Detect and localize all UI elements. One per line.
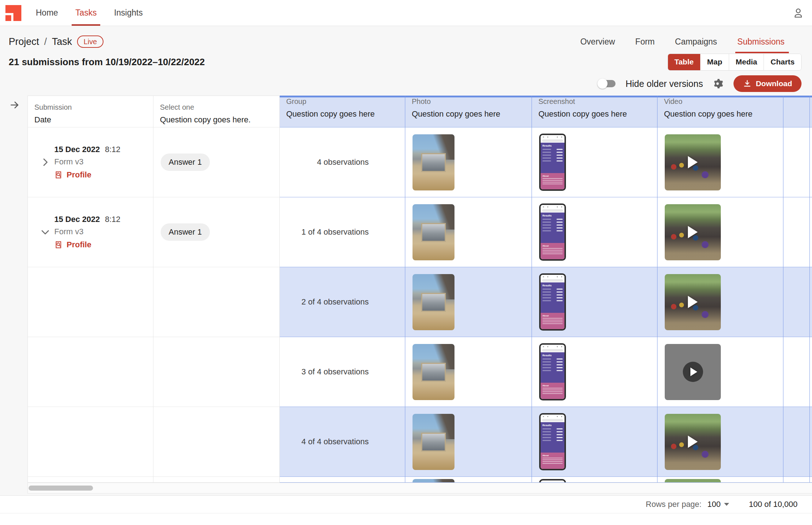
group-observations[interactable]: 4 of 4 observations — [301, 437, 369, 446]
hide-older-versions-label: Hide older versions — [626, 79, 703, 89]
table-row: 4 of 4 observations Results About — [28, 407, 812, 477]
top-nav: Home Tasks Insights — [0, 0, 812, 26]
nav-item-insights[interactable]: Insights — [114, 0, 143, 26]
app-logo-icon[interactable] — [5, 5, 21, 21]
tab-form[interactable]: Form — [635, 37, 655, 47]
person-icon — [792, 7, 804, 19]
breadcrumb: Project / Task Live — [9, 35, 103, 48]
column-header-photo[interactable]: Photo Question copy goes here — [405, 96, 532, 127]
group-observations[interactable]: 4 observations — [317, 158, 369, 167]
screenshot-thumbnail[interactable]: Results About — [539, 343, 566, 400]
page-content: Project / Task Live Overview Form Campai… — [0, 26, 812, 525]
video-thumbnail[interactable] — [665, 134, 721, 190]
horizontal-scrollbar[interactable] — [28, 483, 812, 494]
video-thumbnail[interactable] — [665, 274, 721, 330]
column-header-select-one[interactable]: Select one Question copy goes here. — [153, 96, 280, 127]
download-button[interactable]: Download — [733, 75, 802, 92]
photo-thumbnail[interactable] — [413, 134, 454, 190]
form-version: Form v3 — [54, 157, 120, 167]
photo-thumbnail[interactable] — [413, 344, 454, 400]
download-icon — [743, 79, 752, 88]
video-thumbnail-placeholder[interactable] — [665, 344, 721, 400]
breadcrumb-task[interactable]: Task — [52, 36, 72, 47]
photo-thumbnail[interactable] — [413, 479, 454, 483]
screenshot-thumbnail[interactable]: Results About — [539, 134, 566, 191]
form-version: Form v3 — [54, 227, 120, 236]
play-icon — [688, 436, 698, 448]
tab-campaigns[interactable]: Campaigns — [675, 37, 717, 47]
screenshot-thumbnail[interactable]: Results About — [539, 413, 566, 470]
profile-menu-button[interactable] — [792, 7, 805, 20]
gear-icon — [712, 78, 723, 89]
task-tabs: Overview Form Campaigns Submissions — [580, 37, 784, 47]
settings-button[interactable] — [711, 77, 724, 90]
photo-thumbnail[interactable] — [413, 204, 454, 260]
table-row: 15 Dec 2022 8:12 Form v3 Profile — [28, 197, 812, 267]
column-header-partial — [783, 96, 810, 127]
profile-link[interactable]: Profile — [54, 240, 120, 249]
tab-submissions[interactable]: Submissions — [737, 37, 784, 47]
profile-link[interactable]: Profile — [54, 170, 120, 180]
answer-chip: Answer 1 — [161, 223, 210, 241]
photo-thumbnail[interactable] — [413, 274, 454, 330]
column-header-screenshot[interactable]: Screenshot Question copy goes here — [532, 96, 657, 127]
tab-overview[interactable]: Overview — [580, 37, 615, 47]
main-nav: Home Tasks Insights — [36, 0, 143, 26]
group-observations[interactable]: 3 of 4 observations — [301, 367, 369, 377]
column-header-video[interactable]: Video Question copy goes here — [657, 96, 783, 127]
screenshot-thumbnail[interactable]: Results About — [539, 273, 566, 331]
view-toggle-table[interactable]: Table — [668, 54, 701, 70]
breadcrumb-project[interactable]: Project — [9, 36, 39, 47]
table-row: 15 Dec 2022 8:12 Form v3 Profile — [28, 127, 812, 197]
group-observations[interactable]: 2 of 4 observations — [301, 297, 369, 307]
view-toggle-charts[interactable]: Charts — [764, 54, 801, 70]
profile-doc-search-icon — [54, 240, 63, 249]
breadcrumb-separator: / — [44, 36, 47, 47]
rows-per-page-label: Rows per page: — [646, 500, 702, 509]
toggle-knob — [597, 79, 608, 89]
column-header-group[interactable]: Group Question copy goes here — [280, 96, 405, 127]
group-observations[interactable]: 1 of 4 observations — [301, 227, 369, 237]
scrollbar-thumb[interactable] — [29, 486, 93, 491]
caret-down-icon — [724, 503, 729, 506]
table-row-partial — [28, 477, 812, 483]
table-header-row: Submission Date Select one Question copy… — [28, 96, 812, 127]
pagination-bar: Rows per page: 100 100 of 10,000 — [0, 495, 812, 513]
hide-older-versions-toggle[interactable] — [599, 80, 616, 87]
view-toggle: Table Map Media Charts — [668, 54, 802, 71]
view-toggle-media[interactable]: Media — [729, 54, 764, 70]
play-icon — [688, 226, 698, 238]
table-row: 3 of 4 observations Results About — [28, 337, 812, 407]
chevron-down-icon[interactable] — [40, 227, 51, 238]
pagination-range: 100 of 10,000 — [749, 500, 798, 509]
submission-date: 15 Dec 2022 — [54, 215, 100, 224]
screenshot-thumbnail[interactable] — [539, 479, 566, 483]
submission-time: 8:12 — [105, 215, 120, 224]
nav-item-home[interactable]: Home — [36, 0, 58, 26]
nav-item-tasks[interactable]: Tasks — [75, 0, 97, 26]
video-thumbnail[interactable] — [665, 414, 721, 470]
video-thumbnail[interactable] — [665, 204, 721, 260]
table-row: 2 of 4 observations Results About — [28, 267, 812, 337]
status-badge-live: Live — [77, 35, 103, 48]
video-thumbnail[interactable] — [665, 479, 721, 483]
play-icon — [688, 296, 698, 308]
play-icon — [683, 362, 703, 382]
photo-thumbnail[interactable] — [413, 414, 454, 470]
column-header-filler — [810, 96, 812, 127]
profile-doc-search-icon — [54, 171, 63, 179]
submissions-table: Submission Date Select one Question copy… — [28, 96, 812, 494]
submissions-summary: 21 submissions from 10/19/2022–10/22/202… — [9, 56, 205, 68]
collapse-panel-arrow-icon[interactable] — [9, 100, 20, 112]
rows-per-page-select[interactable]: 100 — [707, 500, 729, 509]
chevron-right-icon[interactable] — [40, 157, 51, 168]
play-icon — [688, 156, 698, 168]
screenshot-thumbnail[interactable]: Results About — [539, 203, 566, 261]
submission-date: 15 Dec 2022 — [54, 145, 100, 154]
view-toggle-map[interactable]: Map — [701, 54, 729, 70]
submission-time: 8:12 — [105, 145, 120, 154]
column-header-submission[interactable]: Submission Date — [28, 96, 153, 127]
answer-chip: Answer 1 — [161, 154, 210, 171]
